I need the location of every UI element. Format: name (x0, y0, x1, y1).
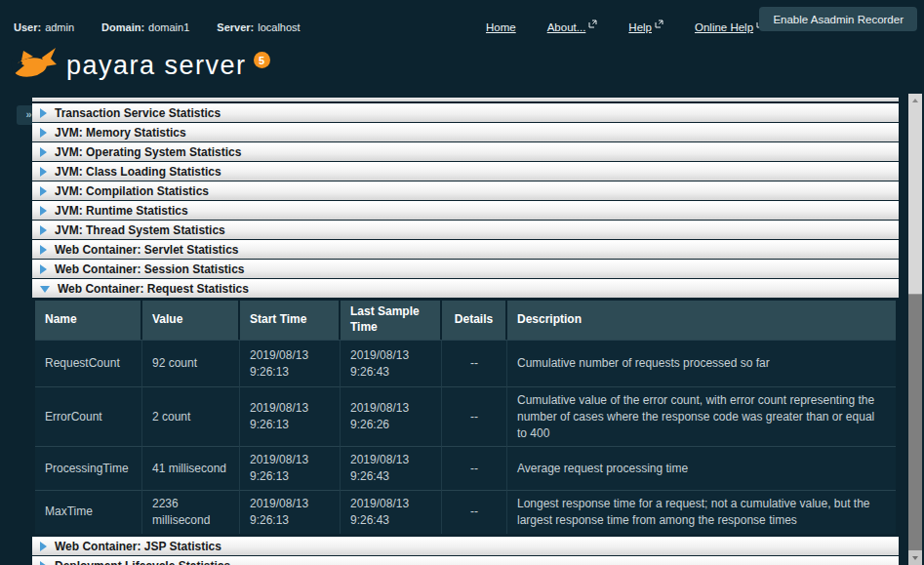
stat-name-cell: ProcessingTime (35, 446, 142, 490)
payara-logo: payara server 5 (10, 45, 270, 86)
collapsed-triangle-icon (40, 245, 47, 255)
accordion-section-partial[interactable] (32, 98, 899, 101)
stat-start-time-cell: 2019/08/13 9:26:13 (240, 340, 341, 386)
column-header-name: Name (35, 301, 142, 340)
collapsed-triangle-icon (40, 561, 47, 565)
column-header-start-time: Start Time (240, 301, 341, 340)
payara-fish-icon (10, 45, 57, 86)
scroll-down-button[interactable] (908, 550, 922, 565)
stat-description-cell: Cumulative number of requests processed … (507, 340, 896, 386)
online-help-link[interactable]: Online Help (695, 21, 765, 33)
collapsed-triangle-icon (40, 264, 47, 274)
stat-start-time-cell: 2019/08/13 9:26:13 (240, 490, 341, 534)
stat-description-cell: Longest response time for a request; not… (507, 490, 896, 534)
down-chevron-icon (912, 556, 918, 560)
stat-value-cell: 41 millisecond (142, 446, 240, 490)
stat-start-time-cell: 2019/08/13 9:26:13 (240, 386, 341, 446)
stat-details-cell: -- (442, 490, 507, 534)
column-header-last-sample-time: Last Sample Time (341, 301, 442, 340)
up-chevron-icon (912, 99, 918, 102)
domain-value: domain1 (148, 21, 189, 33)
accordion-section-jvm-compilation[interactable]: JVM: Compilation Statistics (32, 182, 899, 200)
table-row: MaxTime 2236 millisecond 2019/08/13 9:26… (35, 490, 896, 534)
logo-wordmark: payara server (66, 51, 247, 81)
server-label: Server: (217, 21, 254, 33)
external-link-icon (588, 19, 597, 30)
scrollbar-thumb[interactable] (908, 107, 922, 295)
accordion-section-request[interactable]: Web Container: Request Statistics (32, 279, 899, 298)
accordion-section-servlet[interactable]: Web Container: Servlet Statistics (32, 240, 899, 259)
stat-name-cell: RequestCount (35, 340, 142, 386)
stat-details-cell: -- (442, 446, 507, 490)
collapsed-triangle-icon (40, 108, 47, 118)
stat-description-cell: Cumulative value of the error count, wit… (507, 386, 896, 446)
stat-details-cell: -- (442, 386, 507, 446)
expanded-triangle-icon (40, 286, 50, 293)
user-field: User:admin (14, 21, 74, 33)
accordion-section-jvm-thread-system[interactable]: JVM: Thread System Statistics (32, 221, 899, 239)
collapsed-triangle-icon (40, 225, 47, 235)
vertical-scrollbar[interactable] (908, 94, 922, 565)
stat-value-cell: 92 count (142, 340, 240, 386)
stat-last-sample-cell: 2019/08/13 9:26:43 (341, 340, 442, 386)
stat-value-cell: 2 count (142, 386, 240, 446)
user-value: admin (45, 21, 74, 33)
monitoring-statistics-panel: Transaction Service Statistics JVM: Memo… (32, 98, 899, 565)
accordion-section-transaction-service[interactable]: Transaction Service Statistics (32, 103, 899, 122)
stat-value-cell: 2236 millisecond (142, 490, 240, 534)
accordion-section-jvm-os[interactable]: JVM: Operating System Statistics (32, 142, 899, 161)
stat-name-cell: ErrorCount (35, 386, 142, 446)
collapsed-triangle-icon (40, 147, 47, 157)
home-link[interactable]: Home (486, 21, 516, 33)
table-header-row: Name Value Start Time Last Sample Time D… (35, 301, 896, 340)
server-field: Server:localhost (217, 21, 300, 33)
stat-last-sample-cell: 2019/08/13 9:26:43 (341, 490, 442, 534)
stat-last-sample-cell: 2019/08/13 9:26:26 (341, 386, 442, 446)
external-link-icon (655, 19, 663, 30)
help-link[interactable]: Help (628, 21, 663, 33)
enable-asadmin-recorder-button[interactable]: Enable Asadmin Recorder (759, 7, 917, 31)
collapsed-triangle-icon (40, 206, 47, 216)
accordion-section-deployment-lifecycle[interactable]: Deployment Lifecycle Statistics (32, 556, 899, 565)
accordion-section-jvm-class-loading[interactable]: JVM: Class Loading Statistics (32, 162, 899, 181)
stat-details-cell: -- (442, 340, 507, 386)
column-header-description: Description (507, 301, 896, 340)
accordion-section-jvm-memory[interactable]: JVM: Memory Statistics (32, 123, 899, 141)
stat-last-sample-cell: 2019/08/13 9:26:43 (341, 446, 442, 490)
about-link[interactable]: About... (547, 21, 598, 33)
collapsed-triangle-icon (40, 128, 47, 138)
collapsed-triangle-icon (40, 542, 47, 551)
server-value: localhost (258, 21, 300, 33)
request-statistics-table: Name Value Start Time Last Sample Time D… (32, 299, 899, 536)
scroll-up-button[interactable] (908, 94, 922, 107)
version-badge: 5 (254, 52, 270, 68)
accordion-section-jsp[interactable]: Web Container: JSP Statistics (32, 537, 899, 555)
collapsed-triangle-icon (40, 186, 47, 196)
accordion-section-session[interactable]: Web Container: Session Statistics (32, 260, 899, 278)
table-row: ProcessingTime 41 millisecond 2019/08/13… (35, 446, 896, 490)
stat-start-time-cell: 2019/08/13 9:26:13 (240, 446, 341, 490)
collapsed-triangle-icon (40, 167, 47, 177)
user-info-bar: User:admin Domain:domain1 Server:localho… (14, 21, 301, 33)
table-row: RequestCount 92 count 2019/08/13 9:26:13… (35, 340, 896, 386)
top-nav-links: Home About... Help Online Help (486, 21, 765, 33)
domain-field: Domain:domain1 (101, 21, 189, 33)
column-header-details: Details (442, 301, 507, 340)
stat-name-cell: MaxTime (35, 490, 142, 534)
user-label: User: (14, 21, 41, 33)
table-row: ErrorCount 2 count 2019/08/13 9:26:13 20… (35, 386, 896, 446)
domain-label: Domain: (101, 21, 144, 33)
accordion-section-jvm-runtime[interactable]: JVM: Runtime Statistics (32, 201, 899, 220)
column-header-value: Value (142, 301, 240, 340)
stat-description-cell: Average request processing time (507, 446, 896, 490)
